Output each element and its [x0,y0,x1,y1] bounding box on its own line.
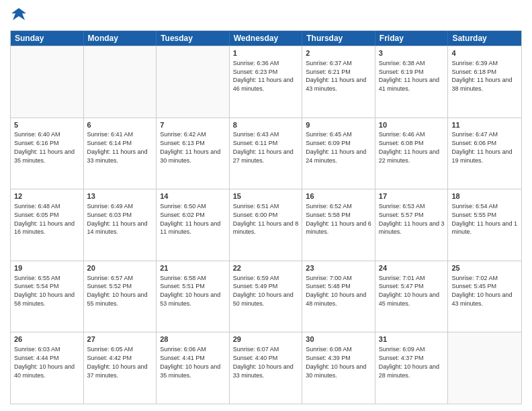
day-cell-5: 5Sunrise: 6:40 AM Sunset: 6:16 PM Daylig… [11,118,84,189]
day-number: 7 [160,120,226,130]
calendar-week-5: 26Sunrise: 6:03 AM Sunset: 4:44 PM Dayli… [11,332,521,404]
day-cell-9: 9Sunrise: 6:45 AM Sunset: 6:09 PM Daylig… [302,118,375,189]
calendar-week-1: 1Sunrise: 6:36 AM Sunset: 6:23 PM Daylig… [11,46,521,118]
empty-cell [157,46,230,118]
cell-info: Sunrise: 6:37 AM Sunset: 6:21 PM Dayligh… [306,60,366,92]
day-number: 3 [379,48,445,58]
day-number: 30 [306,334,371,345]
day-cell-29: 29Sunrise: 6:07 AM Sunset: 4:40 PM Dayli… [230,332,303,404]
cell-info: Sunrise: 6:58 AM Sunset: 5:51 PM Dayligh… [160,275,220,307]
cell-info: Sunrise: 6:40 AM Sunset: 6:16 PM Dayligh… [14,131,75,163]
day-cell-23: 23Sunrise: 7:00 AM Sunset: 5:48 PM Dayli… [302,261,375,332]
day-header-friday: Friday [375,31,449,46]
day-cell-18: 18Sunrise: 6:54 AM Sunset: 5:55 PM Dayli… [448,189,521,261]
cell-info: Sunrise: 6:09 AM Sunset: 4:37 PM Dayligh… [379,346,439,378]
day-number: 11 [451,120,518,130]
day-number: 5 [14,120,80,130]
cell-info: Sunrise: 6:52 AM Sunset: 5:58 PM Dayligh… [306,203,371,235]
svg-marker-0 [11,8,26,20]
day-number: 22 [233,263,299,273]
day-cell-25: 25Sunrise: 7:02 AM Sunset: 5:45 PM Dayli… [448,261,521,332]
cell-info: Sunrise: 6:42 AM Sunset: 6:13 PM Dayligh… [160,131,220,163]
day-number: 25 [451,263,518,273]
cell-info: Sunrise: 6:38 AM Sunset: 6:19 PM Dayligh… [379,60,439,92]
day-number: 26 [14,334,80,345]
logo-bird-icon [11,7,26,21]
day-header-wednesday: Wednesday [230,31,303,46]
day-cell-13: 13Sunrise: 6:49 AM Sunset: 6:03 PM Dayli… [84,189,157,261]
cell-info: Sunrise: 6:46 AM Sunset: 6:08 PM Dayligh… [379,131,439,163]
day-number: 16 [306,191,371,201]
day-cell-15: 15Sunrise: 6:51 AM Sunset: 6:00 PM Dayli… [230,189,303,261]
day-number: 9 [306,120,371,130]
cell-info: Sunrise: 6:59 AM Sunset: 5:49 PM Dayligh… [233,275,294,307]
day-cell-19: 19Sunrise: 6:55 AM Sunset: 5:54 PM Dayli… [11,261,84,332]
day-number: 31 [379,334,445,345]
day-number: 14 [160,191,226,201]
cell-info: Sunrise: 6:50 AM Sunset: 6:02 PM Dayligh… [160,203,220,235]
day-cell-11: 11Sunrise: 6:47 AM Sunset: 6:06 PM Dayli… [448,118,521,189]
cell-info: Sunrise: 6:45 AM Sunset: 6:09 PM Dayligh… [306,131,366,163]
day-number: 4 [451,48,518,58]
cell-info: Sunrise: 6:51 AM Sunset: 6:00 PM Dayligh… [233,203,299,235]
day-number: 2 [306,48,371,58]
day-number: 6 [87,120,153,130]
day-number: 8 [233,120,299,130]
empty-cell [84,46,157,118]
day-number: 28 [160,334,226,345]
day-cell-27: 27Sunrise: 6:05 AM Sunset: 4:42 PM Dayli… [84,332,157,404]
day-number: 15 [233,191,299,201]
logo [10,7,26,25]
cell-info: Sunrise: 6:53 AM Sunset: 5:57 PM Dayligh… [379,203,445,235]
cell-info: Sunrise: 6:06 AM Sunset: 4:41 PM Dayligh… [160,346,220,378]
day-number: 18 [451,191,518,201]
day-cell-26: 26Sunrise: 6:03 AM Sunset: 4:44 PM Dayli… [11,332,84,404]
cell-info: Sunrise: 6:05 AM Sunset: 4:42 PM Dayligh… [87,346,148,378]
cell-info: Sunrise: 7:00 AM Sunset: 5:48 PM Dayligh… [306,275,366,307]
cell-info: Sunrise: 6:49 AM Sunset: 6:03 PM Dayligh… [87,203,148,235]
day-cell-8: 8Sunrise: 6:43 AM Sunset: 6:11 PM Daylig… [230,118,303,189]
cell-info: Sunrise: 6:08 AM Sunset: 4:39 PM Dayligh… [306,346,366,378]
cell-info: Sunrise: 7:01 AM Sunset: 5:47 PM Dayligh… [379,275,439,307]
logo-text [10,7,26,25]
day-number: 24 [379,263,445,273]
day-number: 1 [233,48,299,58]
day-header-tuesday: Tuesday [157,31,230,46]
calendar-header-row: SundayMondayTuesdayWednesdayThursdayFrid… [11,31,521,46]
page: SundayMondayTuesdayWednesdayThursdayFrid… [0,0,532,411]
day-number: 29 [233,334,299,345]
empty-cell [11,46,84,118]
calendar-week-4: 19Sunrise: 6:55 AM Sunset: 5:54 PM Dayli… [11,261,521,332]
cell-info: Sunrise: 6:41 AM Sunset: 6:14 PM Dayligh… [87,131,148,163]
calendar-week-3: 12Sunrise: 6:48 AM Sunset: 6:05 PM Dayli… [11,189,521,261]
day-cell-3: 3Sunrise: 6:38 AM Sunset: 6:19 PM Daylig… [375,46,449,118]
day-cell-4: 4Sunrise: 6:39 AM Sunset: 6:18 PM Daylig… [448,46,521,118]
day-cell-14: 14Sunrise: 6:50 AM Sunset: 6:02 PM Dayli… [157,189,230,261]
day-cell-10: 10Sunrise: 6:46 AM Sunset: 6:08 PM Dayli… [375,118,449,189]
day-cell-6: 6Sunrise: 6:41 AM Sunset: 6:14 PM Daylig… [84,118,157,189]
day-number: 17 [379,191,445,201]
header [10,7,522,25]
day-cell-30: 30Sunrise: 6:08 AM Sunset: 4:39 PM Dayli… [302,332,375,404]
day-cell-1: 1Sunrise: 6:36 AM Sunset: 6:23 PM Daylig… [230,46,303,118]
day-number: 21 [160,263,226,273]
calendar: SundayMondayTuesdayWednesdayThursdayFrid… [10,30,522,404]
day-cell-16: 16Sunrise: 6:52 AM Sunset: 5:58 PM Dayli… [302,189,375,261]
cell-info: Sunrise: 6:36 AM Sunset: 6:23 PM Dayligh… [233,60,294,92]
day-cell-31: 31Sunrise: 6:09 AM Sunset: 4:37 PM Dayli… [375,332,449,404]
cell-info: Sunrise: 7:02 AM Sunset: 5:45 PM Dayligh… [451,275,512,307]
day-header-sunday: Sunday [11,31,84,46]
cell-info: Sunrise: 6:47 AM Sunset: 6:06 PM Dayligh… [451,131,512,163]
day-cell-17: 17Sunrise: 6:53 AM Sunset: 5:57 PM Dayli… [375,189,449,261]
calendar-body: 1Sunrise: 6:36 AM Sunset: 6:23 PM Daylig… [11,46,521,404]
cell-info: Sunrise: 6:57 AM Sunset: 5:52 PM Dayligh… [87,275,148,307]
day-number: 12 [14,191,80,201]
day-number: 13 [87,191,153,201]
day-cell-20: 20Sunrise: 6:57 AM Sunset: 5:52 PM Dayli… [84,261,157,332]
cell-info: Sunrise: 6:07 AM Sunset: 4:40 PM Dayligh… [233,346,294,378]
day-header-monday: Monday [84,31,157,46]
day-number: 23 [306,263,371,273]
day-number: 20 [87,263,153,273]
day-cell-21: 21Sunrise: 6:58 AM Sunset: 5:51 PM Dayli… [157,261,230,332]
day-number: 27 [87,334,153,345]
